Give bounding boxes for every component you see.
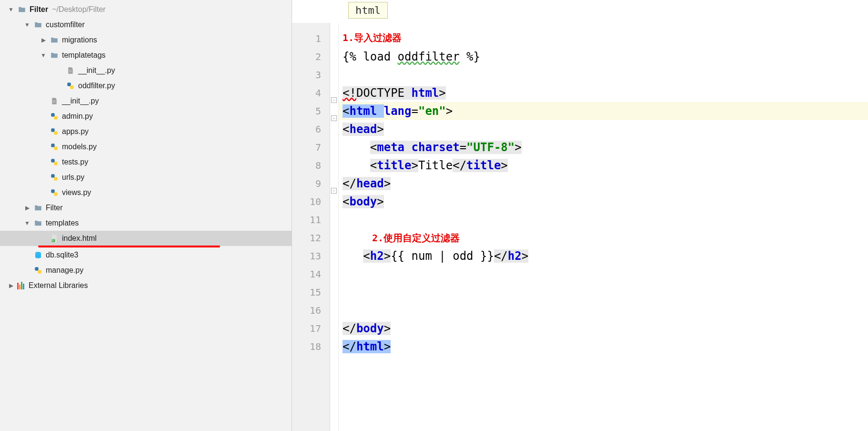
fold-handle-icon[interactable]: − bbox=[331, 188, 337, 194]
python-file-icon bbox=[66, 81, 75, 91]
svg-rect-2 bbox=[51, 113, 55, 117]
tree-item-label: urls.py bbox=[62, 173, 84, 182]
svg-rect-8 bbox=[51, 159, 55, 163]
svg-rect-18 bbox=[38, 270, 41, 274]
svg-rect-10 bbox=[51, 174, 55, 178]
svg-rect-17 bbox=[35, 267, 39, 271]
project-sidebar[interactable]: Filter~/Desktop/Filtercustomfiltermigrat… bbox=[0, 0, 292, 431]
python-file-icon bbox=[50, 157, 59, 167]
line-number[interactable]: 11 bbox=[292, 211, 321, 229]
code-line bbox=[339, 265, 868, 283]
svg-rect-3 bbox=[54, 116, 58, 120]
folder-icon bbox=[50, 51, 59, 60]
expand-arrow-icon[interactable] bbox=[23, 21, 31, 29]
tree-item[interactable]: admin.py bbox=[0, 109, 292, 124]
line-number[interactable]: 13 bbox=[292, 247, 321, 265]
tree-item[interactable]: db.sqlite3 bbox=[0, 247, 292, 263]
tree-item-label: templates bbox=[46, 219, 79, 227]
project-tree[interactable]: Filter~/Desktop/Filtercustomfiltermigrat… bbox=[0, 0, 292, 295]
expand-arrow-icon[interactable] bbox=[39, 51, 48, 60]
breadcrumb[interactable]: html bbox=[348, 2, 388, 19]
tree-item-label: templatetags bbox=[62, 51, 106, 60]
tree-item[interactable]: tests.py bbox=[0, 154, 292, 170]
line-number[interactable]: 5 bbox=[292, 102, 321, 120]
tree-item-label: Filter bbox=[30, 5, 48, 14]
tree-item-label: __init__.py bbox=[78, 66, 115, 75]
line-number[interactable]: 4 bbox=[292, 84, 321, 102]
tree-item[interactable]: templates bbox=[0, 216, 292, 231]
fold-column[interactable]: − − − bbox=[330, 23, 339, 431]
tree-item[interactable]: Hindex.html bbox=[0, 231, 292, 246]
expand-arrow-icon[interactable] bbox=[23, 219, 31, 227]
fold-handle-icon[interactable]: − bbox=[331, 97, 337, 103]
tree-item-label: migrations bbox=[62, 36, 97, 44]
tree-item[interactable]: Filter bbox=[0, 200, 292, 216]
folder-icon bbox=[17, 5, 27, 14]
line-gutter[interactable]: 123456789101112131415161718 bbox=[292, 23, 330, 431]
line-number[interactable]: 15 bbox=[292, 283, 321, 301]
svg-rect-0 bbox=[67, 82, 71, 86]
collapse-arrow-icon[interactable] bbox=[23, 204, 31, 212]
code-line bbox=[339, 283, 868, 301]
line-number[interactable]: 16 bbox=[292, 301, 321, 319]
tree-item[interactable]: manage.py bbox=[0, 263, 292, 278]
line-number[interactable]: 6 bbox=[292, 120, 321, 138]
tree-item[interactable]: views.py bbox=[0, 185, 292, 200]
tree-item-label: oddfilter.py bbox=[78, 82, 115, 90]
tree-item-label: admin.py bbox=[62, 112, 93, 121]
line-number[interactable]: 14 bbox=[292, 265, 321, 283]
python-file-icon bbox=[50, 173, 59, 182]
collapse-arrow-icon[interactable] bbox=[7, 281, 15, 290]
tree-item[interactable]: __init__.py bbox=[0, 93, 292, 109]
svg-rect-12 bbox=[51, 189, 55, 193]
line-number[interactable]: 2 bbox=[292, 48, 321, 66]
tree-item-label: db.sqlite3 bbox=[46, 251, 79, 259]
tree-item-path: ~/Desktop/Filter bbox=[52, 5, 105, 14]
html-file-icon: H bbox=[50, 234, 59, 243]
svg-rect-7 bbox=[54, 146, 58, 150]
line-number[interactable]: 1 bbox=[292, 30, 321, 48]
tree-item[interactable]: __init__.py bbox=[0, 63, 292, 78]
expand-arrow-icon[interactable] bbox=[7, 5, 15, 14]
code-line: <title>Title</title> bbox=[339, 156, 868, 174]
line-number[interactable]: 10 bbox=[292, 193, 321, 211]
svg-rect-1 bbox=[70, 85, 74, 89]
code-line: </body> bbox=[339, 319, 868, 338]
svg-text:H: H bbox=[52, 239, 54, 242]
code-editor[interactable]: html 123456789101112131415161718 − − − 1… bbox=[292, 0, 868, 431]
tree-item[interactable]: templatetags bbox=[0, 48, 292, 63]
tree-item[interactable]: models.py bbox=[0, 139, 292, 154]
tree-item[interactable]: apps.py bbox=[0, 124, 292, 139]
code-content[interactable]: 1.导入过滤器 {% load oddfilter %} <!DOCTYPE h… bbox=[339, 23, 868, 431]
line-number[interactable]: 9 bbox=[292, 174, 321, 193]
tree-item[interactable]: External Libraries bbox=[0, 278, 292, 293]
svg-rect-5 bbox=[54, 131, 58, 135]
tree-item[interactable]: Filter~/Desktop/Filter bbox=[0, 2, 292, 17]
tree-item-label: views.py bbox=[62, 188, 91, 197]
code-line: <meta charset="UTF-8"> bbox=[339, 138, 868, 156]
library-icon bbox=[17, 282, 26, 289]
line-number[interactable]: 8 bbox=[292, 156, 321, 174]
annotation: 1.导入过滤器 bbox=[343, 29, 402, 47]
tree-item[interactable]: customfilter bbox=[0, 17, 292, 32]
tree-item[interactable]: migrations bbox=[0, 32, 292, 48]
tree-item-label: customfilter bbox=[46, 21, 85, 29]
tree-item-label: tests.py bbox=[62, 158, 88, 166]
line-number[interactable]: 17 bbox=[292, 319, 321, 338]
tree-item[interactable]: oddfilter.py bbox=[0, 78, 292, 93]
folder-icon bbox=[50, 35, 59, 45]
line-number[interactable]: 7 bbox=[292, 138, 321, 156]
tree-item[interactable]: urls.py bbox=[0, 170, 292, 185]
line-number[interactable]: 12 bbox=[292, 229, 321, 247]
fold-handle-icon[interactable]: − bbox=[331, 115, 337, 121]
python-file-icon bbox=[50, 127, 59, 136]
line-number[interactable]: 18 bbox=[292, 338, 321, 356]
svg-rect-9 bbox=[54, 162, 58, 165]
code-line: <h2>{{ num | odd }}</h2> bbox=[339, 247, 868, 265]
svg-point-16 bbox=[35, 252, 41, 254]
line-number[interactable]: 3 bbox=[292, 66, 321, 84]
svg-rect-4 bbox=[51, 128, 55, 132]
collapse-arrow-icon[interactable] bbox=[39, 36, 48, 44]
annotation: 2.使用自定义过滤器 bbox=[372, 229, 460, 247]
code-line bbox=[339, 211, 868, 229]
